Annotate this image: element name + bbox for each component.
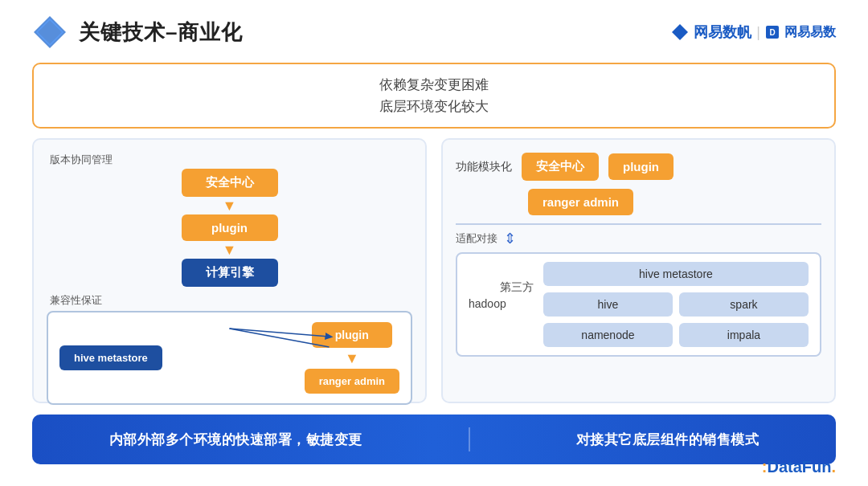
- datafun-text: DataFun: [767, 458, 831, 476]
- svg-marker-2: [672, 24, 688, 40]
- compat-label: 兼容性保证: [50, 293, 102, 308]
- datafun-dot: .: [831, 458, 836, 476]
- right-hive-box: hive: [543, 292, 673, 317]
- left-plugin2-box: plugin: [312, 322, 392, 348]
- right-namenode-box: namenode: [543, 323, 673, 347]
- left-plugin1-box: plugin: [182, 214, 278, 241]
- top-banner-line1: 依赖复杂变更困难: [379, 77, 489, 92]
- logo-icon: [671, 23, 689, 41]
- right-ranger-admin-box: ranger admin: [528, 189, 633, 215]
- right-impala-box: impala: [679, 323, 809, 347]
- adapt-arrows-icon: ⇕: [504, 230, 516, 247]
- right-security-box: 安全中心: [522, 153, 599, 181]
- bottom-text2: 对接其它底层组件的销售模式: [576, 431, 760, 449]
- logo-icon2: D: [765, 25, 780, 39]
- bottom-text1: 内部外部多个环境的快速部署，敏捷变更: [109, 431, 362, 449]
- main-area: 版本协同管理 安全中心 ▼ plugin ▼ 计算引擎: [32, 138, 836, 403]
- right-panel: 功能模块化 安全中心 plugin ranger admin 适配对接 ⇕ 第三…: [441, 138, 836, 403]
- version-label: 版本协同管理: [50, 153, 113, 167]
- arrow-down-2: ▼: [223, 243, 237, 257]
- logo-area: 网易数帆 | D 网易易数: [671, 22, 836, 42]
- left-hive-metastore-box: hive metastore: [59, 345, 162, 370]
- left-ranger-admin-box: ranger admin: [305, 369, 399, 394]
- right-spark-box: spark: [679, 292, 809, 317]
- header-left: 关键技术–商业化: [32, 14, 243, 50]
- left-panel: 版本协同管理 安全中心 ▼ plugin ▼ 计算引擎: [32, 138, 427, 403]
- header: 关键技术–商业化 网易数帆 | D 网易易数: [0, 0, 868, 58]
- arrow-down-3: ▼: [345, 351, 359, 366]
- third-party-section: 第三方 hadoop hive metastore hive spark: [456, 252, 821, 357]
- top-banner: 依赖复杂变更困难 底层环境变化较大: [32, 63, 836, 129]
- adapt-text: 适配对接: [456, 231, 497, 246]
- third-party-label: 第三方 hadoop: [469, 262, 534, 329]
- logo-separator: |: [756, 24, 760, 41]
- compat-box: hive metastore plugin ▼ ranger admin: [47, 311, 412, 405]
- diamond-icon: [32, 14, 68, 50]
- logo-text1: 网易数帆: [694, 22, 751, 42]
- top-banner-text: 依赖复杂变更困难 底层环境变化较大: [50, 74, 818, 117]
- bottom-banner: 内部外部多个环境的快速部署，敏捷变更 对接其它底层组件的销售模式: [32, 415, 836, 464]
- svg-marker-0: [34, 16, 66, 48]
- left-security-box: 安全中心: [182, 169, 278, 197]
- right-plugin-box: plugin: [608, 153, 674, 180]
- panel-divider: [456, 223, 821, 225]
- top-banner-line2: 底层环境变化较大: [379, 99, 489, 114]
- left-calc-box: 计算引擎: [182, 259, 278, 287]
- right-hive-metastore-box: hive metastore: [543, 262, 809, 286]
- func-label: 功能模块化: [456, 160, 512, 174]
- page-title: 关键技术–商业化: [79, 18, 243, 47]
- datafun-logo: :DataFun.: [762, 458, 836, 476]
- bottom-divider: [469, 427, 470, 451]
- logo-text2: 网易易数: [784, 24, 836, 41]
- svg-text:D: D: [769, 28, 775, 37]
- arrow-down-1: ▼: [223, 198, 237, 213]
- adapt-row: 适配对接 ⇕: [456, 230, 821, 247]
